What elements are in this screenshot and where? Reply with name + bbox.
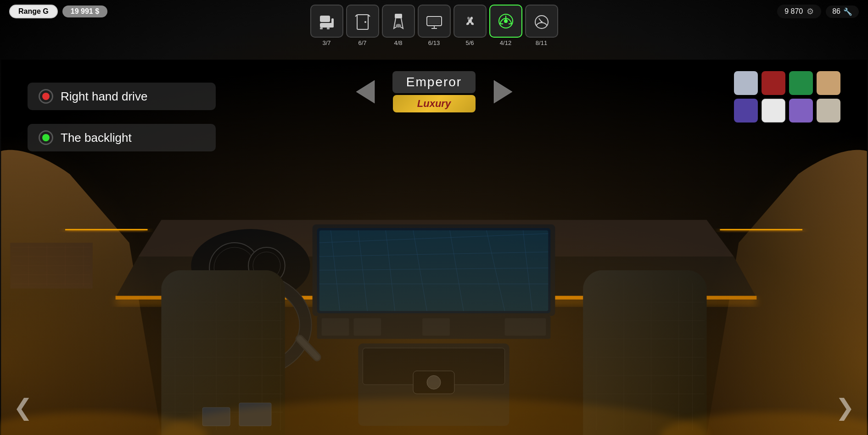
svg-marker-25 [494,80,512,103]
category-row: 3/7 6/7 4/8 [310,5,558,46]
model-name: Emperor [392,71,476,93]
color-green[interactable] [789,71,813,95]
next-nav-button[interactable]: ❯ [831,394,859,421]
right-hand-drive-toggle[interactable] [39,89,53,104]
color-tan[interactable] [817,71,840,95]
gauge-label: 8/11 [536,39,547,46]
svg-marker-24 [356,80,375,103]
svg-rect-2 [331,18,334,28]
screen-label: 6/13 [428,39,440,46]
currency-value: 9 870 [784,7,803,16]
svg-point-10 [396,24,401,28]
currency-badge: 9 870 ⚙ [777,5,821,18]
seatbelt-label: 4/8 [394,39,402,46]
svg-point-17 [504,19,508,23]
seatbelt-icon-box[interactable] [382,5,415,38]
svg-point-6 [364,21,366,23]
next-nav-icon: ❯ [835,394,855,421]
steering-icon-box[interactable] [489,5,522,38]
backlight-label: The backlight [61,131,132,145]
gear-icon[interactable]: ⚙ [806,6,814,17]
car-info: Range G 19 991 $ [9,5,107,18]
level-value: 86 [832,7,840,16]
prev-nav-icon: ❮ [13,394,33,421]
seats-label: 3/7 [322,39,330,46]
color-violet[interactable] [789,99,813,123]
cat-gauge[interactable]: 8/11 [525,5,558,46]
doors-icon-box[interactable] [346,5,379,38]
color-beige[interactable] [817,99,840,123]
prev-model-arrow[interactable] [352,78,379,106]
color-white[interactable] [762,99,785,123]
prev-nav-button[interactable]: ❮ [9,394,37,421]
cat-seatbelt[interactable]: 4/8 [382,5,415,46]
svg-rect-0 [320,16,330,22]
car-name-badge[interactable]: Range G [9,5,58,18]
top-right-info: 9 870 ⚙ 86 🔧 [777,5,859,18]
svg-rect-9 [395,14,402,18]
gauge-icon-box[interactable] [525,5,558,38]
backlight-option[interactable]: The backlight [28,124,216,151]
color-purple[interactable] [734,99,758,123]
fan-label: 5/6 [465,39,474,46]
svg-rect-5 [357,15,368,29]
screen-icon-box[interactable] [418,5,451,38]
toggle-inner-red [42,93,50,100]
next-model-arrow[interactable] [489,78,517,106]
model-info: Emperor Luxury [388,71,480,112]
svg-point-23 [541,21,543,23]
color-red[interactable] [762,71,785,95]
model-tier: Luxury [393,95,476,112]
steering-label: 4/12 [500,39,511,46]
backlight-toggle[interactable] [39,130,53,145]
toggle-inner-green [42,134,50,141]
svg-rect-4 [327,28,330,29]
color-silver[interactable] [734,71,758,95]
cat-doors[interactable]: 6/7 [346,5,379,46]
color-swatches [734,71,840,123]
level-badge: 86 🔧 [826,6,859,18]
svg-rect-12 [428,18,440,24]
doors-label: 6/7 [358,39,366,46]
fan-icon-box[interactable] [454,5,487,38]
cat-steering[interactable]: 4/12 [489,5,522,46]
svg-rect-3 [320,28,323,29]
cat-seats[interactable]: 3/7 [310,5,343,46]
cat-screen[interactable]: 6/13 [418,5,451,46]
left-panel: Right hand drive The backlight [28,83,216,151]
level-icon: 🔧 [843,7,852,16]
seats-icon-box[interactable] [310,5,343,38]
car-price-badge: 19 991 $ [62,6,107,17]
right-hand-drive-option[interactable]: Right hand drive [28,83,216,110]
right-hand-drive-label: Right hand drive [61,89,147,104]
cat-fan[interactable]: 5/6 [454,5,487,46]
svg-rect-1 [320,23,333,28]
center-model: Emperor Luxury [352,71,517,112]
